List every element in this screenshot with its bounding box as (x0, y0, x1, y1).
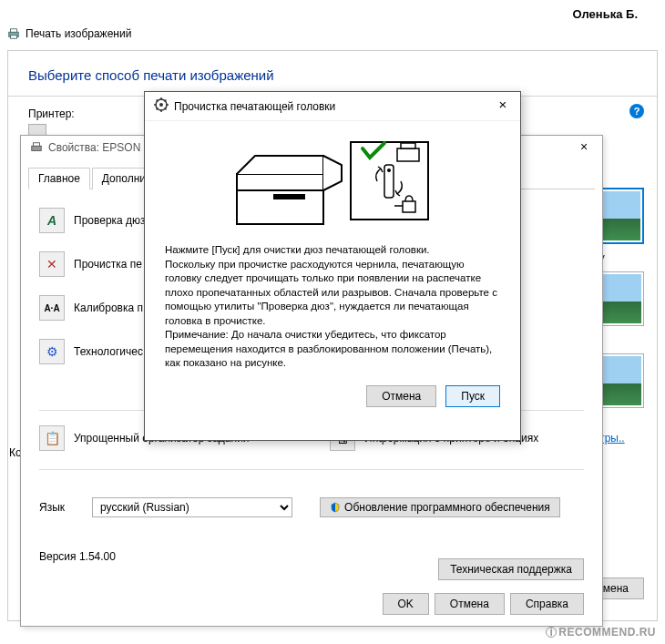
cleaning-icon: ✕ (39, 251, 65, 277)
printer-icon (30, 141, 43, 154)
gear-icon (154, 97, 169, 115)
close-button[interactable]: × (573, 139, 595, 158)
svg-rect-9 (273, 194, 305, 199)
properties-title-text: Свойства: EPSON L (48, 141, 149, 154)
cancel-button[interactable]: Отмена (435, 593, 505, 615)
top-bar: Печать изображений (7, 27, 131, 40)
cleaning-illustration (228, 138, 437, 238)
wizard-header: Выберите способ печати изображений (8, 51, 657, 97)
properties-buttons: OK Отмена Справка (383, 593, 584, 615)
calibration-icon: A·A (39, 295, 65, 321)
tech-support-button[interactable]: Техническая поддержка (438, 558, 584, 580)
svg-rect-3 (32, 146, 42, 150)
dialog-titlebar: Прочистка печатающей головки (145, 92, 520, 121)
svg-point-6 (159, 103, 163, 107)
svg-rect-12 (401, 143, 415, 148)
update-software-button[interactable]: Обновление программного обеспечения (320, 497, 560, 517)
svg-rect-2 (11, 36, 17, 39)
dialog-text: Нажмите [Пуск] для очистки дюз печатающе… (165, 243, 500, 371)
shield-icon (330, 502, 341, 513)
info-icon: i (546, 627, 557, 638)
cancel-button[interactable]: Отмена (366, 385, 436, 407)
user-name: Оленька Б. (573, 7, 638, 21)
language-label: Язык (39, 501, 65, 514)
dialog-body: Нажмите [Пуск] для очистки дюз печатающе… (145, 121, 520, 416)
dialog-title-text: Прочистка печатающей головки (174, 100, 335, 113)
svg-rect-8 (237, 174, 323, 190)
svg-rect-15 (403, 201, 415, 212)
tool-label: Проверка дюз (74, 214, 146, 227)
svg-rect-11 (397, 148, 419, 161)
top-bar-title: Печать изображений (26, 27, 131, 40)
tab-main[interactable]: Главное (28, 168, 90, 189)
tech-icon: ⚙ (39, 339, 65, 364)
organizer-icon: 📋 (39, 425, 65, 451)
printer-icon (7, 27, 20, 40)
language-select[interactable]: русский (Russian) (92, 497, 292, 517)
ok-button[interactable]: OK (383, 593, 429, 615)
language-row: Язык русский (Russian) Обновление програ… (39, 497, 584, 517)
tool-label: Калибровка п (74, 302, 143, 314)
watermark: iRECOMMEND.RU (546, 626, 656, 639)
dialog-buttons: Отмена Пуск (165, 385, 500, 407)
help-button[interactable]: Справка (510, 593, 584, 615)
tool-label: Прочистка пе (74, 258, 142, 271)
close-button[interactable]: × (491, 95, 515, 115)
tool-label: Технологичес (74, 345, 143, 358)
update-button-label: Обновление программного обеспечения (344, 501, 550, 514)
svg-point-14 (387, 169, 391, 172)
svg-rect-4 (34, 143, 40, 147)
nozzle-check-icon: A (39, 208, 65, 233)
help-icon[interactable]: ? (629, 104, 644, 118)
divider (39, 469, 584, 470)
svg-rect-1 (11, 29, 17, 33)
head-cleaning-dialog: Прочистка печатающей головки × (144, 91, 521, 441)
start-button[interactable]: Пуск (445, 385, 500, 407)
